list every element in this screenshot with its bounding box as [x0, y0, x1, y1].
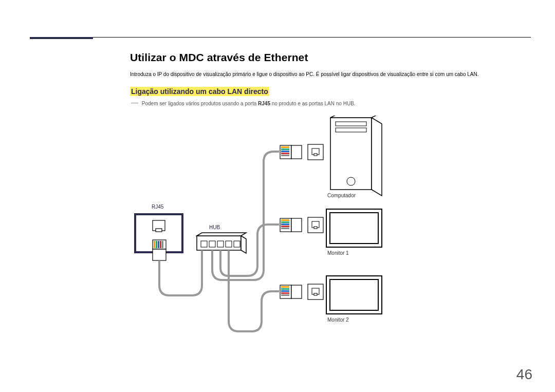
svg-rect-46	[281, 286, 289, 288]
svg-point-3	[347, 177, 355, 185]
subsection-heading: Ligação utilizando um cabo LAN directo	[130, 87, 269, 96]
note-suffix: no produto e as portas LAN no HUB.	[270, 101, 356, 106]
footnote: Podem ser ligados vários produtos usando…	[131, 101, 491, 106]
svg-rect-20	[156, 241, 157, 248]
svg-rect-10	[156, 229, 162, 232]
svg-rect-28	[281, 151, 289, 152]
svg-rect-48	[281, 290, 289, 292]
svg-rect-27	[281, 148, 289, 150]
monitor1-icon	[326, 209, 382, 247]
rj45-plug-product	[153, 240, 166, 260]
hub-label: HUB	[209, 225, 220, 230]
rj45-label: RJ45	[152, 204, 163, 210]
header-accent-bar	[30, 37, 93, 39]
svg-rect-14	[217, 241, 224, 247]
svg-rect-33	[314, 154, 317, 156]
svg-rect-19	[154, 241, 155, 248]
svg-rect-29	[281, 153, 289, 154]
diagram-svg	[130, 116, 397, 342]
svg-rect-38	[281, 223, 289, 225]
rj45-plug-monitor2	[280, 284, 323, 300]
computer-caption: Computador	[327, 193, 356, 198]
svg-rect-5	[330, 213, 378, 244]
intro-paragraph: Introduza o IP do dispositivo de visuali…	[130, 70, 500, 79]
svg-rect-49	[281, 292, 289, 294]
highlighted-text: Ligação utilizando um cabo LAN directo	[130, 87, 269, 96]
monitor1-caption: Monitor 1	[327, 250, 349, 256]
svg-rect-25	[291, 145, 302, 159]
dash-icon	[131, 103, 138, 103]
svg-rect-12	[201, 241, 207, 247]
svg-rect-2	[336, 128, 366, 132]
svg-rect-50	[281, 294, 289, 296]
note-prefix: Podem ser ligados vários produtos usando…	[142, 101, 258, 106]
note-bold: RJ45	[258, 101, 270, 106]
svg-rect-15	[226, 241, 232, 247]
svg-rect-21	[158, 241, 159, 248]
rj45-plug-monitor1	[280, 217, 323, 233]
svg-rect-18	[153, 249, 166, 260]
svg-rect-37	[281, 221, 289, 223]
svg-rect-30	[281, 155, 289, 156]
svg-rect-26	[281, 146, 289, 148]
connection-diagram: RJ45 HUB Computador Monitor 1 Monitor 2	[130, 116, 397, 342]
svg-rect-1	[336, 122, 366, 126]
svg-rect-23	[162, 241, 163, 248]
svg-rect-45	[291, 285, 302, 298]
svg-rect-39	[281, 226, 289, 227]
svg-rect-53	[314, 293, 317, 295]
svg-rect-47	[281, 288, 289, 290]
horizontal-rule	[30, 37, 531, 38]
monitor2-caption: Monitor 2	[327, 317, 349, 323]
computer-icon	[330, 116, 382, 196]
svg-rect-35	[291, 218, 302, 232]
page-number: 46	[516, 366, 532, 383]
svg-rect-40	[281, 228, 289, 229]
svg-rect-13	[209, 241, 215, 247]
monitor2-icon	[326, 276, 382, 314]
svg-rect-7	[330, 279, 378, 310]
rj45-plug-computer	[280, 144, 323, 160]
svg-rect-22	[160, 241, 161, 248]
svg-rect-36	[281, 219, 289, 221]
section-heading: Utilizar o MDC através de Ethernet	[130, 51, 308, 64]
svg-rect-43	[314, 227, 317, 229]
